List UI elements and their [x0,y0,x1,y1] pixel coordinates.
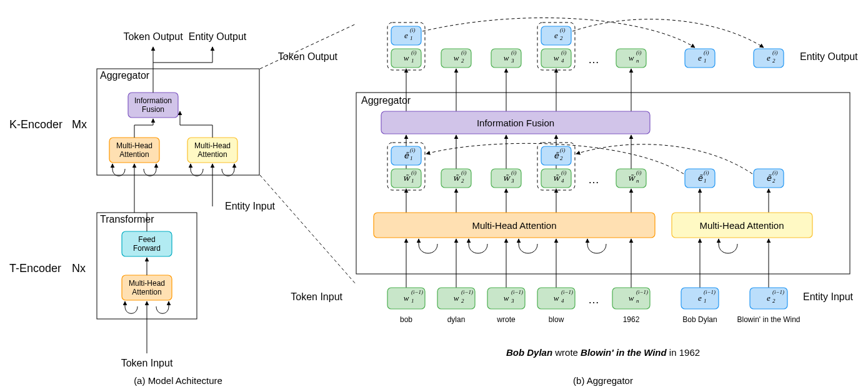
diagram-root: Aggregator Information Fusion Multi-Head… [0,0,868,389]
svg-text:(i): (i) [704,49,709,56]
svg-text:(i): (i) [636,169,642,176]
svg-text:e: e [698,293,702,303]
svg-text:n: n [636,178,639,184]
svg-text:(i−1): (i−1) [561,289,573,295]
svg-text:(i): (i) [411,49,417,56]
svg-text:Bob Dylan: Bob Dylan [682,315,717,324]
entity-input-label-b: Entity Input [803,291,854,302]
svg-text:2: 2 [461,58,464,64]
svg-text:e: e [698,53,702,63]
ff-text1: Feed [138,235,155,244]
info-fusion-text2: Fusion [142,105,164,114]
svg-text:(i): (i) [411,169,417,176]
svg-text:1: 1 [411,58,414,64]
mha-tokens-text: Multi-Head Attention [472,220,556,231]
svg-text:w: w [454,53,459,63]
zoom-line-top [260,24,356,69]
svg-text:(i): (i) [561,49,567,56]
svg-text:(i−1): (i−1) [411,289,423,295]
entity-output-label-a: Entity Output [189,31,247,42]
svg-text:1: 1 [704,58,707,64]
ff-text2: Forward [133,244,161,253]
panel-b: Aggregator e 1 (i) e 2 (i) w1(i) w2(i) w… [278,18,858,386]
svg-text:blow: blow [549,315,564,324]
svg-text:(i): (i) [410,147,416,153]
svg-text:3: 3 [511,58,514,64]
svg-text:…: … [588,53,599,66]
svg-text:w: w [404,53,409,63]
aggregator-label: Aggregator [100,70,150,81]
svg-text:2: 2 [560,155,563,161]
svg-text:(i): (i) [636,49,642,56]
svg-text:wrote: wrote [496,315,516,324]
svg-text:w: w [454,293,459,303]
svg-text:(i−1): (i−1) [772,289,784,295]
svg-text:w: w [504,53,509,63]
svg-text:(i): (i) [772,49,778,56]
t-nx-label: Nx [72,262,86,275]
t-encoder-label: T-Encoder [9,262,61,275]
svg-text:w: w [554,53,559,63]
caption-a: (a) Model Achitecture [134,375,222,386]
svg-text:w: w [629,53,634,63]
svg-text:(i−1): (i−1) [704,289,716,295]
panel-a: Aggregator Information Fusion Multi-Head… [9,24,356,386]
svg-text:(i): (i) [772,169,778,176]
info-fusion-text1: Information [134,96,172,105]
svg-text:3: 3 [511,178,514,184]
aggregator-label-b: Aggregator [361,95,411,106]
svg-text:bob: bob [400,315,412,324]
svg-text:w̃: w̃ [552,173,561,183]
svg-text:(i): (i) [704,169,709,176]
svg-text:n: n [636,58,639,64]
mid-row: ẽ1(i) ẽ2(i) w̃1(i) w̃2(i) w̃3(i) w̃4(i) … [387,143,784,190]
svg-text:1: 1 [411,178,414,184]
token-input-label-b: Token Input [291,291,342,302]
svg-text:e: e [767,293,771,303]
svg-text:2: 2 [461,298,464,304]
svg-text:Blowin' in the Wind: Blowin' in the Wind [737,315,800,324]
k-mx-label: Mx [72,118,87,131]
svg-text:n: n [636,298,639,304]
svg-text:1: 1 [410,35,413,41]
token-output-label-b: Token Output [278,51,338,62]
svg-text:e: e [404,31,408,40]
svg-text:ẽ: ẽ [554,151,559,160]
svg-text:(i): (i) [461,49,467,56]
svg-text:(i−1): (i−1) [636,289,648,295]
caption-b: (b) Aggregator [573,375,633,386]
svg-text:e: e [554,31,558,40]
mha-orange-text1: Multi-Head [116,141,152,150]
svg-text:2: 2 [560,35,563,41]
svg-text:(i−1): (i−1) [511,289,523,295]
svg-text:1962: 1962 [623,315,640,324]
transformer-label: Transformer [100,214,154,225]
svg-text:4: 4 [561,178,564,184]
svg-text:(i): (i) [560,27,566,33]
svg-text:2: 2 [461,178,464,184]
svg-text:(i): (i) [511,49,517,56]
svg-text:2: 2 [772,178,776,184]
svg-text:2: 2 [772,58,776,64]
svg-text:w: w [404,293,409,303]
token-input-label-a: Token Input [121,358,173,368]
k-encoder-label: K-Encoder [9,118,62,131]
svg-text:(i): (i) [410,27,416,33]
info-fusion-text: Information Fusion [477,118,554,128]
svg-text:w̃: w̃ [402,173,411,183]
svg-text:(i): (i) [511,169,517,176]
mha-yellow-text2: Attention [197,150,227,159]
svg-text:3: 3 [511,298,514,304]
svg-text:ẽ: ẽ [766,173,772,183]
svg-text:…: … [588,173,599,186]
svg-text:w̃: w̃ [502,173,511,183]
entity-output-label-b: Entity Output [800,51,858,62]
mha-entities-text: Multi-Head Attention [699,220,784,231]
svg-text:w: w [504,293,509,303]
input-row: w1(i−1) w2(i−1) w3(i−1) w4(i−1) … wn(i−1… [291,288,853,324]
output-row: e 1 (i) e 2 (i) w1(i) w2(i) w3(i) w4(i) … [278,18,858,70]
svg-text:1: 1 [704,298,707,304]
entity-input-label-a: Entity Input [225,201,276,211]
svg-text:w: w [554,293,559,303]
zoom-line-bottom [260,175,356,285]
